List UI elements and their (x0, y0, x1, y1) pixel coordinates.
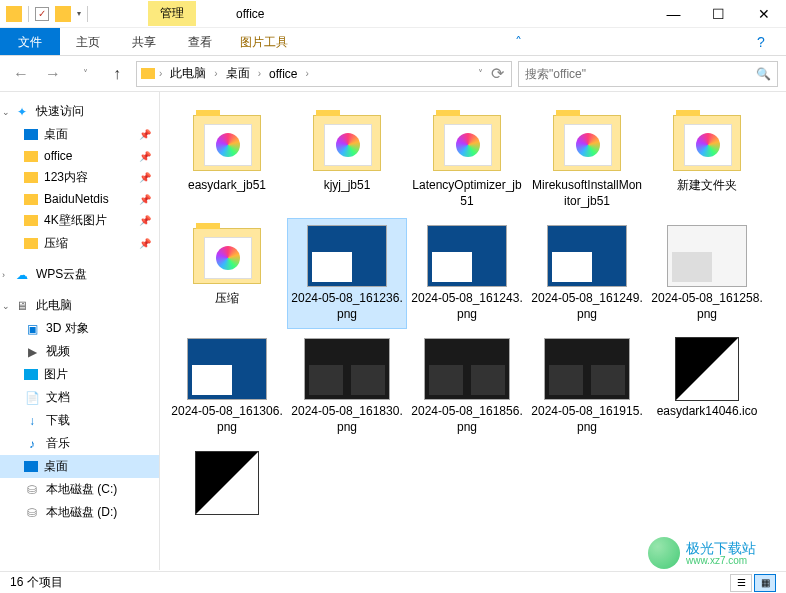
file-item[interactable]: LatencyOptimizer_jb51 (408, 106, 526, 215)
ribbon-tab-share[interactable]: 共享 (116, 28, 172, 55)
file-name: 2024-05-08_161830.png (291, 404, 403, 435)
file-list[interactable]: easydark_jb51kjyj_jb51LatencyOptimizer_j… (160, 92, 786, 570)
sidebar-item[interactable]: 桌面 (0, 455, 159, 478)
help-button[interactable]: ? (736, 28, 786, 55)
expand-icon[interactable]: ⌄ (2, 301, 10, 311)
cloud-icon: ☁ (14, 267, 30, 283)
sidebar-item[interactable]: BaiduNetdis📌 (0, 189, 159, 209)
sidebar-item[interactable]: ▶视频 (0, 340, 159, 363)
back-button[interactable]: ← (8, 61, 34, 87)
chevron-right-icon[interactable]: › (214, 68, 217, 79)
breadcrumb-segment[interactable]: 此电脑 (166, 63, 210, 84)
search-box[interactable]: 🔍 (518, 61, 778, 87)
sidebar-item-label: 视频 (46, 343, 70, 360)
qat-checkbox[interactable]: ✓ (35, 7, 49, 21)
image-thumbnail (547, 225, 627, 287)
file-name: kjyj_jb51 (324, 178, 371, 194)
qat-dropdown-icon[interactable]: ▾ (77, 9, 81, 18)
details-view-button[interactable]: ☰ (730, 574, 752, 592)
ribbon-tab-home[interactable]: 主页 (60, 28, 116, 55)
expand-icon[interactable]: › (2, 270, 5, 280)
chevron-right-icon[interactable]: › (159, 68, 162, 79)
file-item[interactable]: MirekusoftInstallMonitor_jb51 (528, 106, 646, 215)
breadcrumb-segment[interactable]: 桌面 (222, 63, 254, 84)
folder-icon (24, 215, 38, 226)
file-name: 2024-05-08_161243.png (411, 291, 523, 322)
file-item[interactable] (168, 446, 286, 524)
file-item[interactable]: 新建文件夹 (648, 106, 766, 215)
sidebar-item-label: 本地磁盘 (D:) (46, 504, 117, 521)
file-name: 2024-05-08_161915.png (531, 404, 643, 435)
sidebar-this-pc[interactable]: ⌄ 🖥 此电脑 (0, 294, 159, 317)
sidebar-item[interactable]: 4K壁纸图片📌 (0, 209, 159, 232)
disk-icon: ⛁ (24, 482, 40, 498)
file-item[interactable]: 2024-05-08_161249.png (528, 219, 646, 328)
file-name: 2024-05-08_161856.png (411, 404, 523, 435)
chevron-right-icon[interactable]: › (306, 68, 309, 79)
file-item[interactable]: 2024-05-08_161236.png (288, 219, 406, 328)
sidebar-item[interactable]: ⛁本地磁盘 (C:) (0, 478, 159, 501)
file-item[interactable]: 2024-05-08_161830.png (288, 332, 406, 441)
file-name: 新建文件夹 (677, 178, 737, 194)
breadcrumb-segment[interactable]: office (265, 65, 301, 83)
sidebar-item[interactable]: 桌面📌 (0, 123, 159, 146)
minimize-button[interactable]: — (651, 0, 696, 28)
search-input[interactable] (525, 67, 756, 81)
desk-icon (24, 461, 38, 472)
sidebar-item[interactable]: 123内容📌 (0, 166, 159, 189)
ribbon-tab-view[interactable]: 查看 (172, 28, 228, 55)
close-button[interactable]: ✕ (741, 0, 786, 28)
folder-icon (141, 68, 155, 79)
ribbon-tab-picture-tools[interactable]: 图片工具 (228, 28, 300, 55)
sidebar-quick-access[interactable]: ⌄ ✦ 快速访问 (0, 100, 159, 123)
expand-icon[interactable]: ⌄ (2, 107, 10, 117)
up-button[interactable]: ↑ (104, 61, 130, 87)
file-item[interactable]: 压缩 (168, 219, 286, 328)
sidebar-wps[interactable]: › ☁ WPS云盘 (0, 263, 159, 286)
sidebar-item[interactable]: 📄文档 (0, 386, 159, 409)
image-thumbnail (304, 338, 390, 400)
file-item[interactable]: 2024-05-08_161856.png (408, 332, 526, 441)
forward-button[interactable]: → (40, 61, 66, 87)
chevron-right-icon[interactable]: › (258, 68, 261, 79)
recent-dropdown[interactable]: ˅ (72, 61, 98, 87)
icon-thumbnail (195, 451, 259, 515)
file-tab[interactable]: 文件 (0, 28, 60, 55)
folder-icon (433, 115, 501, 171)
sidebar-item[interactable]: ↓下载 (0, 409, 159, 432)
sidebar-item[interactable]: ▣3D 对象 (0, 317, 159, 340)
refresh-button[interactable]: ⟳ (487, 61, 507, 87)
icons-view-button[interactable]: ▦ (754, 574, 776, 592)
breadcrumb[interactable]: › 此电脑 › 桌面 › office › ˅ ⟳ (136, 61, 512, 87)
ribbon-collapse-button[interactable]: ˄ (493, 28, 543, 55)
sidebar-item[interactable]: ⛁本地磁盘 (D:) (0, 501, 159, 524)
file-item[interactable]: 2024-05-08_161243.png (408, 219, 526, 328)
sidebar-item[interactable]: 图片 (0, 363, 159, 386)
sidebar-item-label: BaiduNetdis (44, 192, 109, 206)
image-thumbnail (544, 338, 630, 400)
file-item[interactable]: kjyj_jb51 (288, 106, 406, 215)
file-item[interactable]: easydark14046.ico (648, 332, 766, 441)
file-item[interactable]: easydark_jb51 (168, 106, 286, 215)
maximize-button[interactable]: ☐ (696, 0, 741, 28)
folder-icon (193, 115, 261, 171)
file-item[interactable]: 2024-05-08_161915.png (528, 332, 646, 441)
sidebar-item-label: 下载 (46, 412, 70, 429)
item-count: 16 个项目 (10, 574, 63, 591)
qat-folder-icon[interactable] (55, 6, 71, 22)
sidebar-item-label: 本地磁盘 (C:) (46, 481, 117, 498)
dl-icon: ↓ (24, 413, 40, 429)
file-name: easydark_jb51 (188, 178, 266, 194)
sidebar-item[interactable]: 压缩📌 (0, 232, 159, 255)
file-name: MirekusoftInstallMonitor_jb51 (531, 178, 643, 209)
search-icon[interactable]: 🔍 (756, 67, 771, 81)
image-thumbnail (427, 225, 507, 287)
ribbon-context-tab[interactable]: 管理 (148, 1, 196, 26)
sidebar-item[interactable]: ♪音乐 (0, 432, 159, 455)
file-item[interactable]: 2024-05-08_161306.png (168, 332, 286, 441)
window-title: office (236, 7, 264, 21)
navigation-pane[interactable]: ⌄ ✦ 快速访问 桌面📌office📌123内容📌BaiduNetdis📌4K壁… (0, 92, 160, 570)
address-dropdown-icon[interactable]: ˅ (478, 68, 483, 79)
sidebar-item[interactable]: office📌 (0, 146, 159, 166)
file-item[interactable]: 2024-05-08_161258.png (648, 219, 766, 328)
